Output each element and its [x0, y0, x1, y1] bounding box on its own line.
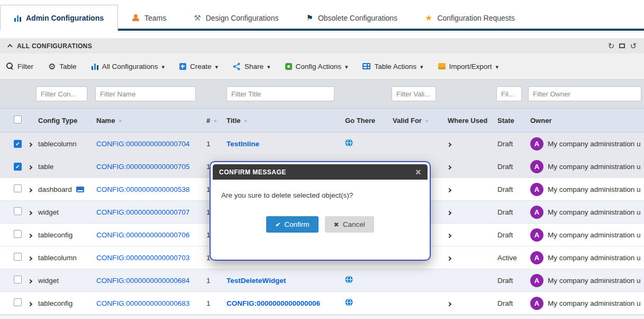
owner-name: My company administration u — [548, 277, 641, 285]
owner-name: My company administration u — [548, 208, 641, 216]
where-used-chevron-icon[interactable] — [447, 210, 451, 215]
table-button[interactable]: Table — [48, 61, 77, 72]
create-dropdown[interactable]: Create — [179, 63, 218, 70]
tab-bar: Admin Configurations Teams Design Config… — [0, 0, 644, 31]
dialog-title: CONFIRM MESSAGE — [219, 169, 286, 176]
table-actions-dropdown[interactable]: Table Actions — [362, 63, 423, 70]
tool-label: Import/Export — [449, 63, 492, 70]
expand-chevron-icon[interactable] — [28, 210, 32, 215]
config-title-link[interactable]: TestInline — [226, 140, 259, 148]
state-label: Draft — [493, 231, 526, 239]
column-number[interactable]: # — [202, 117, 222, 125]
import-export-dropdown[interactable]: Import/Export — [438, 63, 499, 70]
refresh-icon[interactable] — [608, 41, 615, 51]
config-name-link[interactable]: CONFIG:0000000000000704 — [96, 140, 189, 148]
config-type: table — [38, 163, 53, 171]
config-name-link[interactable]: CONFIG:0000000000000684 — [96, 277, 189, 285]
config-title-link[interactable]: TestDeleteWidget — [226, 277, 286, 285]
tab-teams[interactable]: Teams — [118, 5, 180, 31]
tab-label: Teams — [144, 14, 166, 22]
row-checkbox[interactable] — [14, 253, 22, 261]
config-name-link[interactable]: CONFIG:0000000000000705 — [96, 163, 189, 171]
column-go-there[interactable]: Go There — [340, 117, 388, 125]
row-checkbox[interactable] — [14, 276, 22, 283]
cancel-label: Cancel — [343, 220, 365, 228]
all-configurations-dropdown[interactable]: All Configurations — [92, 63, 165, 70]
config-type: dashboard — [38, 185, 72, 193]
row-checkbox[interactable] — [14, 207, 22, 215]
tab-configuration-requests[interactable]: Configuration Requests — [411, 5, 529, 31]
expand-chevron-icon[interactable] — [28, 279, 32, 283]
where-used-chevron-icon[interactable] — [447, 188, 451, 192]
config-type: widget — [38, 277, 59, 285]
column-valid-for[interactable]: Valid For — [388, 117, 441, 125]
table-row: tablecolumn CONFIG:0000000000000704 1 Te… — [0, 132, 644, 155]
config-name-link[interactable]: CONFIG:0000000000000683 — [96, 299, 189, 307]
dialog-message: Are you sure to delete selected object(s… — [221, 191, 419, 199]
go-there-globe-icon[interactable] — [345, 139, 353, 147]
undo-icon[interactable] — [630, 41, 637, 51]
column-owner[interactable]: Owner — [526, 117, 644, 125]
select-all-checkbox[interactable] — [14, 116, 22, 123]
expand-chevron-icon[interactable] — [28, 256, 32, 260]
chevron-down-icon — [420, 63, 423, 70]
cancel-button[interactable]: Cancel — [325, 216, 374, 233]
where-used-chevron-icon[interactable] — [447, 302, 451, 306]
config-type: tableconfig — [38, 231, 72, 239]
column-where-used[interactable]: Where Used — [441, 117, 493, 125]
expand-chevron-icon[interactable] — [28, 302, 32, 306]
where-used-chevron-icon[interactable] — [447, 233, 451, 237]
expand-chevron-icon[interactable] — [28, 233, 32, 237]
tab-label: Obsolete Configurations — [318, 14, 397, 22]
tab-admin-configurations[interactable]: Admin Configurations — [0, 5, 118, 31]
tool-label: Table Actions — [374, 63, 416, 70]
filter-name-input[interactable] — [95, 86, 196, 101]
confirm-button[interactable]: Confirm — [266, 216, 318, 233]
state-label: Draft — [493, 277, 526, 285]
go-there-globe-icon[interactable] — [345, 298, 353, 306]
where-used-chevron-icon[interactable] — [447, 142, 451, 146]
tool-label: Create — [190, 63, 212, 70]
tab-obsolete-configurations[interactable]: Obsolete Configurations — [292, 5, 411, 31]
column-config-type[interactable]: Config Type — [38, 117, 96, 125]
expand-chevron-icon[interactable] — [28, 165, 32, 169]
config-name-link[interactable]: CONFIG:0000000000000703 — [96, 254, 189, 262]
owner-name: My company administration u — [548, 254, 641, 262]
row-checkbox[interactable] — [14, 140, 22, 148]
close-icon[interactable] — [415, 167, 421, 177]
row-checkbox[interactable] — [14, 184, 22, 192]
filter-valid-for-input[interactable] — [392, 86, 436, 101]
column-state[interactable]: State — [493, 117, 526, 125]
filter-button[interactable]: Filter — [6, 63, 33, 70]
go-there-globe-icon[interactable] — [345, 276, 353, 283]
row-checkbox[interactable] — [14, 230, 22, 238]
config-name-link[interactable]: CONFIG:0000000000000706 — [96, 231, 189, 239]
owner-name: My company administration u — [548, 185, 641, 193]
tools-icon — [194, 13, 201, 23]
dashboard-icon — [76, 187, 84, 192]
table-actions-icon — [362, 63, 370, 69]
row-checkbox[interactable] — [14, 298, 22, 306]
where-used-chevron-icon[interactable] — [447, 256, 451, 260]
config-name-link[interactable]: CONFIG:0000000000000707 — [96, 208, 189, 216]
tab-design-configurations[interactable]: Design Configurations — [180, 5, 292, 31]
expand-chevron-icon[interactable] — [28, 188, 32, 192]
filter-config-type-input[interactable] — [36, 86, 87, 101]
config-title-link[interactable]: CONFIG:0000000000000006 — [226, 299, 320, 307]
where-used-chevron-icon[interactable] — [447, 165, 451, 169]
flag-icon — [306, 13, 313, 23]
chevron-down-icon — [345, 63, 348, 70]
collapse-chevron-icon[interactable] — [7, 44, 13, 49]
column-name[interactable]: Name — [96, 117, 202, 125]
dialog-header[interactable]: CONFIRM MESSAGE — [213, 164, 428, 180]
config-actions-dropdown[interactable]: Config Actions — [285, 63, 348, 70]
config-name-link[interactable]: CONFIG:0000000000000538 — [96, 185, 189, 193]
row-checkbox[interactable] — [14, 163, 22, 171]
maximize-icon[interactable] — [619, 43, 625, 48]
share-dropdown[interactable]: Share — [233, 63, 270, 70]
expand-chevron-icon[interactable] — [28, 142, 32, 146]
column-title[interactable]: Title — [222, 117, 340, 125]
filter-owner-input[interactable] — [528, 86, 641, 101]
filter-state-input[interactable] — [496, 86, 522, 101]
filter-title-input[interactable] — [226, 86, 334, 101]
